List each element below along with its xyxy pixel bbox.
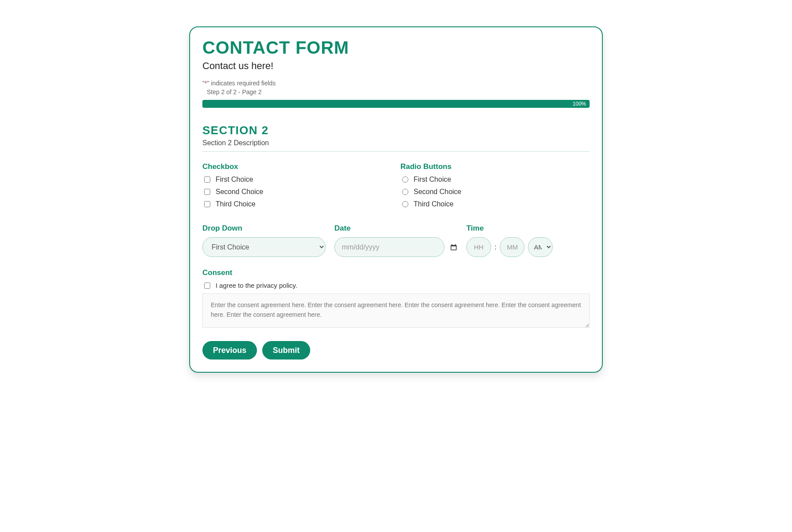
dropdown-select[interactable]: First Choice (202, 237, 326, 257)
section-description: Section 2 Description (202, 139, 590, 147)
checkbox-option-label[interactable]: First Choice (216, 176, 253, 183)
section-title: SECTION 2 (202, 124, 590, 137)
form-title: CONTACT FORM (202, 38, 590, 58)
checkbox-field-label: Checkbox (202, 162, 392, 171)
radio-first-choice[interactable] (402, 176, 408, 183)
time-colon-separator: : (495, 243, 496, 251)
radio-second-choice[interactable] (402, 189, 408, 195)
contact-form-card: CONTACT FORM Contact us here! "*" indica… (189, 26, 603, 373)
radio-option-label[interactable]: First Choice (414, 176, 451, 183)
form-subtitle: Contact us here! (202, 60, 590, 72)
time-hours-input[interactable] (466, 237, 491, 257)
dropdown-field-group: Drop Down First Choice (202, 224, 326, 257)
checkbox-first-choice[interactable] (204, 176, 210, 183)
submit-button[interactable]: Submit (262, 341, 310, 360)
checkbox-third-choice[interactable] (204, 201, 210, 207)
consent-field-label: Consent (202, 268, 590, 277)
svg-rect-1 (451, 246, 456, 249)
quote-suffix: " indicates required fields (207, 80, 275, 87)
date-input[interactable] (334, 237, 444, 257)
radio-field-label: Radio Buttons (400, 162, 590, 171)
consent-checkbox[interactable] (204, 283, 210, 289)
checkbox-field-group: Checkbox First Choice Second Choice Thir… (202, 162, 392, 213)
time-field-group: Time : AM (466, 224, 590, 257)
radio-option-label[interactable]: Second Choice (414, 188, 462, 196)
consent-field-group: Consent I agree to the privacy policy. (202, 268, 590, 330)
time-minutes-input[interactable] (500, 237, 524, 257)
radio-field-group: Radio Buttons First Choice Second Choice… (400, 162, 590, 213)
date-field-group: Date (334, 224, 458, 257)
checkbox-option-label[interactable]: Second Choice (216, 188, 264, 196)
previous-button[interactable]: Previous (202, 341, 257, 360)
checkbox-second-choice[interactable] (204, 189, 210, 195)
button-row: Previous Submit (202, 341, 590, 360)
svg-rect-3 (455, 244, 456, 246)
calendar-icon[interactable] (450, 243, 458, 251)
radio-third-choice[interactable] (402, 201, 408, 207)
checkbox-option-label[interactable]: Third Choice (216, 200, 256, 208)
consent-agree-label[interactable]: I agree to the privacy policy. (216, 282, 297, 289)
radio-option-label[interactable]: Third Choice (414, 200, 454, 208)
section-divider (202, 151, 590, 152)
dropdown-field-label: Drop Down (202, 224, 326, 233)
progress-bar: 100% (202, 100, 590, 108)
svg-rect-2 (452, 244, 453, 246)
consent-agreement-textarea[interactable] (202, 294, 590, 328)
date-field-label: Date (334, 224, 458, 233)
step-indicator: Step 2 of 2 - Page 2 (207, 88, 590, 95)
progress-percent-label: 100% (572, 100, 586, 108)
required-fields-note: "*" indicates required fields (202, 80, 590, 87)
time-field-label: Time (466, 224, 590, 233)
time-ampm-select[interactable]: AM (528, 237, 553, 257)
